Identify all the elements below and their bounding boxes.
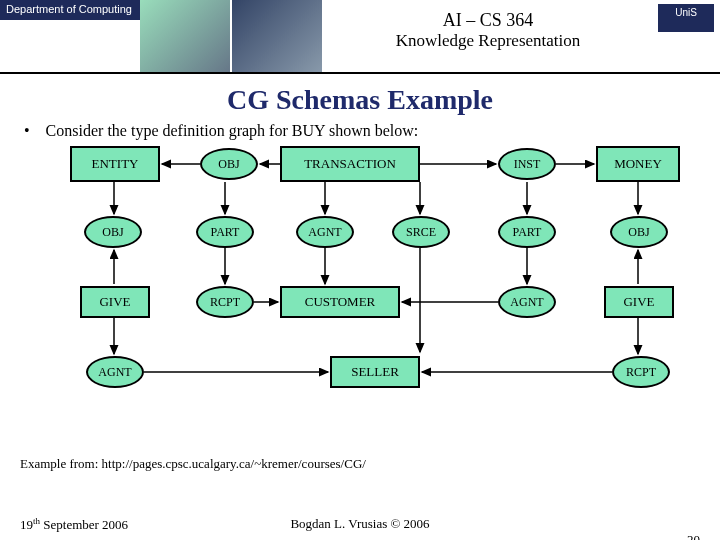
node-srce: SRCE	[392, 216, 450, 248]
node-rcpt-bottom: RCPT	[612, 356, 670, 388]
bullet-text: Consider the type definition graph for B…	[24, 122, 720, 140]
node-give-left: GIVE	[80, 286, 150, 318]
footer-date: 19th September 2006	[20, 516, 128, 533]
example-source: Example from: http://pages.cpsc.ucalgary…	[20, 456, 720, 472]
node-agnt-bottom: AGNT	[86, 356, 144, 388]
node-customer: CUSTOMER	[280, 286, 400, 318]
slide-footer: 19th September 2006 Bogdan L. Vrusias © …	[0, 516, 720, 532]
node-money: MONEY	[596, 146, 680, 182]
header-title-box: AI – CS 364 Knowledge Representation	[326, 10, 650, 51]
node-obj-left: OBJ	[84, 216, 142, 248]
course-code: AI – CS 364	[326, 10, 650, 31]
node-agnt-mid: AGNT	[296, 216, 354, 248]
node-agnt-right: AGNT	[498, 286, 556, 318]
node-inst: INST	[498, 148, 556, 180]
dept-label: Department of Computing	[0, 0, 140, 20]
header-photo-1	[140, 0, 230, 72]
footer-page: 20	[687, 532, 700, 540]
node-obj-right: OBJ	[610, 216, 668, 248]
node-rcpt-left: RCPT	[196, 286, 254, 318]
conceptual-graph: ENTITY OBJ TRANSACTION INST MONEY OBJ PA…	[20, 146, 700, 446]
node-part-right: PART	[498, 216, 556, 248]
node-obj-top: OBJ	[200, 148, 258, 180]
node-entity: ENTITY	[70, 146, 160, 182]
node-seller: SELLER	[330, 356, 420, 388]
node-part-left: PART	[196, 216, 254, 248]
university-logo: UniS	[658, 4, 714, 32]
node-transaction: TRANSACTION	[280, 146, 420, 182]
slide-header: Department of Computing AI – CS 364 Know…	[0, 0, 720, 74]
header-photo-2	[232, 0, 322, 72]
course-topic: Knowledge Representation	[326, 31, 650, 51]
slide-title: CG Schemas Example	[0, 84, 720, 116]
node-give-right: GIVE	[604, 286, 674, 318]
